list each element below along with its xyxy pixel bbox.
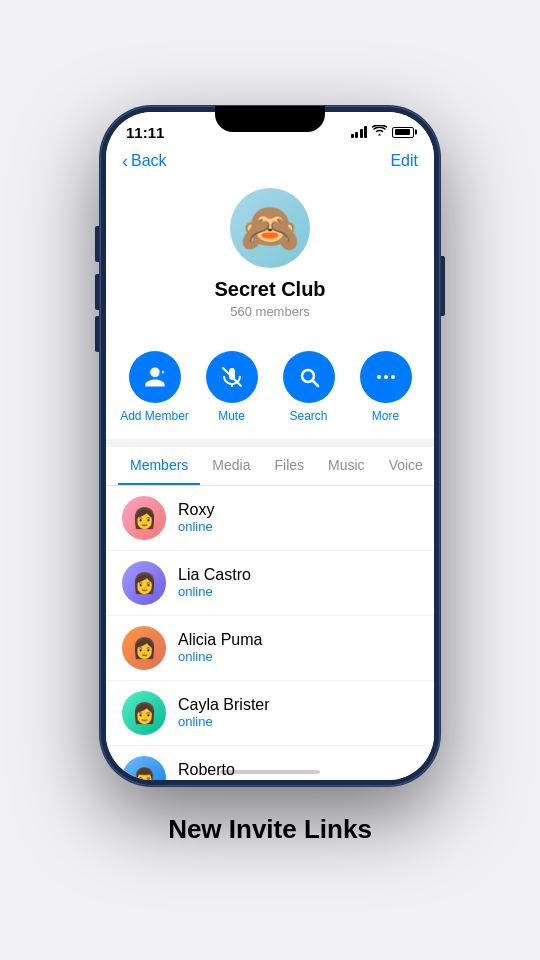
member-avatar-cayla-brister: 👩 [122,691,166,735]
mute-icon [206,351,258,403]
more-icon [360,351,412,403]
group-name: Secret Club [214,278,325,301]
member-info-cayla-brister: Cayla Brister online [178,696,270,729]
group-members-count: 560 members [230,304,309,319]
member-item-roberto[interactable]: 👨 Roberto online [106,746,434,780]
member-name-roxy: Roxy [178,501,214,519]
add-member-label: Add Member [120,409,189,423]
nav-bar: ‹ Back Edit [106,145,434,180]
member-status-roberto: online [178,779,235,780]
tabs: Members Media Files Music Voice Li... [106,447,434,485]
group-info: 🙈 Secret Club 560 members [106,180,434,335]
member-info-alicia-puma: Alicia Puma online [178,631,262,664]
phone-frame: 11:11 [100,106,440,786]
svg-point-6 [377,375,381,379]
group-avatar: 🙈 [230,188,310,268]
member-avatar-alicia-puma: 👩 [122,626,166,670]
back-button[interactable]: ‹ Back [122,151,167,172]
svg-point-8 [391,375,395,379]
member-name-cayla-brister: Cayla Brister [178,696,270,714]
member-name-lia-castro: Lia Castro [178,566,251,584]
tab-voice[interactable]: Voice [377,447,434,485]
tab-music[interactable]: Music [316,447,377,485]
section-divider [106,439,434,447]
action-buttons: Add Member Mute [106,335,434,439]
signal-icon [351,126,368,138]
svg-point-7 [384,375,388,379]
member-status-alicia-puma: online [178,649,262,664]
status-icons [351,125,415,139]
member-avatar-lia-castro: 👩 [122,561,166,605]
wifi-icon [372,125,387,139]
tabs-container: Members Media Files Music Voice Li... [106,447,434,486]
member-avatar-roberto: 👨 [122,756,166,780]
svg-line-5 [313,381,318,386]
tab-files[interactable]: Files [263,447,317,485]
member-item-alicia-puma[interactable]: 👩 Alicia Puma online [106,616,434,681]
battery-icon [392,127,414,138]
mute-button[interactable]: Mute [197,351,267,423]
tab-media[interactable]: Media [200,447,262,485]
group-avatar-emoji: 🙈 [240,200,300,256]
member-info-lia-castro: Lia Castro online [178,566,251,599]
search-button[interactable]: Search [274,351,344,423]
search-label: Search [289,409,327,423]
home-indicator [220,770,320,774]
page-title: New Invite Links [168,814,372,845]
member-item-lia-castro[interactable]: 👩 Lia Castro online [106,551,434,616]
add-member-icon [129,351,181,403]
member-item-roxy[interactable]: 👩 Roxy online [106,486,434,551]
add-member-button[interactable]: Add Member [120,351,190,423]
member-name-alicia-puma: Alicia Puma [178,631,262,649]
edit-button[interactable]: Edit [390,152,418,170]
search-action-icon [283,351,335,403]
status-time: 11:11 [126,124,164,141]
more-label: More [372,409,399,423]
phone-screen: 11:11 [106,112,434,780]
member-status-roxy: online [178,519,214,534]
more-button[interactable]: More [351,351,421,423]
member-status-lia-castro: online [178,584,251,599]
members-list: 👩 Roxy online 👩 Lia Castro online 👩 Alic… [106,486,434,780]
mute-label: Mute [218,409,245,423]
back-label: Back [131,152,167,170]
notch [215,106,325,132]
member-avatar-roxy: 👩 [122,496,166,540]
tab-members[interactable]: Members [118,447,200,485]
back-chevron-icon: ‹ [122,151,128,172]
member-status-cayla-brister: online [178,714,270,729]
svg-rect-2 [162,370,163,373]
member-info-roxy: Roxy online [178,501,214,534]
member-item-cayla-brister[interactable]: 👩 Cayla Brister online [106,681,434,746]
